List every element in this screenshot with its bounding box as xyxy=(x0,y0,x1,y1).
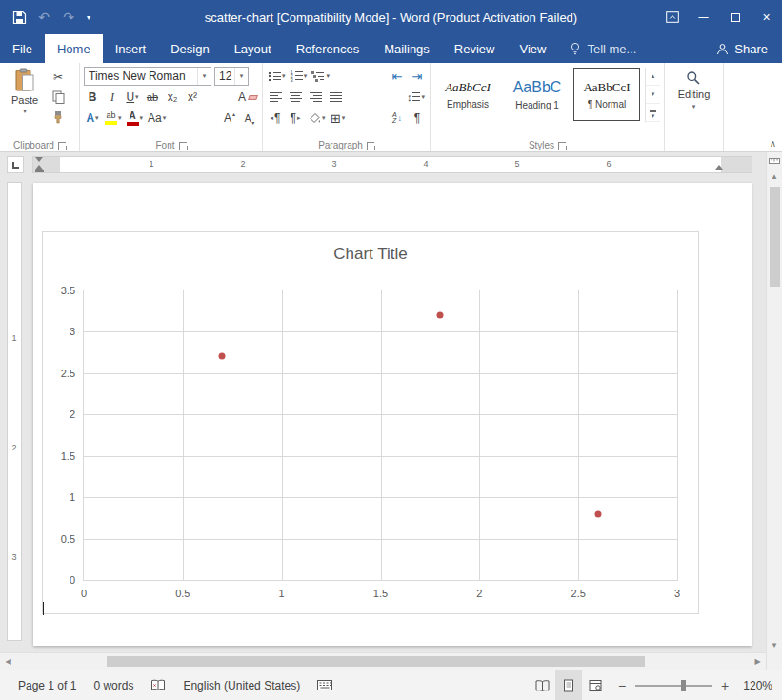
scroll-up-button[interactable]: ▲ xyxy=(767,169,782,185)
justify-button[interactable] xyxy=(327,88,344,107)
chart-plot-area[interactable]: 00.511.522.5300.511.522.533.5 xyxy=(83,290,678,581)
clipboard-dialog-launcher[interactable] xyxy=(58,142,66,150)
copy-button[interactable] xyxy=(50,88,67,107)
bold-button[interactable]: B xyxy=(84,88,101,107)
data-point[interactable] xyxy=(436,312,443,319)
style-emphasis[interactable]: AaBbCcI Emphasis xyxy=(434,68,501,121)
tab-view[interactable]: View xyxy=(507,34,558,63)
italic-button[interactable]: I xyxy=(104,88,121,107)
zoom-slider-thumb[interactable] xyxy=(681,680,686,691)
maximize-button[interactable] xyxy=(719,0,751,34)
language-button[interactable]: English (United States) xyxy=(174,670,309,700)
align-center-button[interactable] xyxy=(287,88,304,107)
zoom-slider[interactable] xyxy=(635,685,712,687)
customize-quick-access-button[interactable]: ▾ xyxy=(82,5,95,30)
shading-button[interactable]: ▾ xyxy=(307,109,327,128)
shrink-font-button[interactable]: A▾ xyxy=(241,109,258,128)
tab-references[interactable]: References xyxy=(284,34,371,63)
tab-file[interactable]: File xyxy=(0,34,45,63)
sort-button[interactable]: AZ↓ xyxy=(389,109,406,128)
underline-button[interactable]: U▾ xyxy=(124,88,141,107)
proofing-status-button[interactable] xyxy=(142,670,174,700)
bullets-button[interactable]: ▾ xyxy=(267,67,287,86)
paste-button[interactable]: Paste ▾ xyxy=(4,66,46,127)
superscript-button[interactable]: x² xyxy=(184,88,201,107)
paragraph-dialog-launcher[interactable] xyxy=(367,142,374,150)
scroll-left-button[interactable]: ◀ xyxy=(0,653,16,670)
change-case-button[interactable]: Aa▾ xyxy=(147,109,167,128)
decrease-indent-button[interactable]: ⇤ xyxy=(389,67,406,86)
horizontal-ruler[interactable]: 1 2 3 4 5 6 xyxy=(33,157,752,172)
horizontal-scrollbar[interactable]: ◀ ▶ xyxy=(0,652,782,670)
first-line-indent-marker[interactable] xyxy=(35,157,43,162)
vertical-scrollbar[interactable]: ▲ ▼ xyxy=(766,152,782,653)
font-dialog-launcher[interactable] xyxy=(179,142,187,150)
subscript-button[interactable]: x₂ xyxy=(164,88,181,107)
font-size-combo[interactable]: 12 ▾ xyxy=(214,67,249,86)
horizontal-scroll-thumb[interactable] xyxy=(107,656,645,667)
word-count-button[interactable]: 0 words xyxy=(85,670,142,700)
undo-button[interactable]: ↶ xyxy=(32,5,55,30)
share-button[interactable]: Share xyxy=(702,34,782,63)
tab-review[interactable]: Review xyxy=(442,34,508,63)
close-button[interactable]: × xyxy=(751,0,782,34)
data-point[interactable] xyxy=(594,510,601,517)
document-page[interactable]: Chart Title 00.511.522.5300.511.522.533.… xyxy=(33,183,752,646)
tab-layout[interactable]: Layout xyxy=(222,34,284,63)
text-effects-button[interactable]: A▾ xyxy=(84,109,101,128)
scroll-right-button[interactable]: ▶ xyxy=(750,653,766,670)
align-left-button[interactable] xyxy=(267,88,284,107)
font-color-button[interactable]: A ▾ xyxy=(126,109,145,128)
borders-button[interactable]: ⊞▾ xyxy=(330,109,347,128)
numbering-button[interactable]: 1 2 3▾ xyxy=(290,67,309,86)
right-to-left-button[interactable]: ¶▸ xyxy=(287,109,304,128)
tab-home[interactable]: Home xyxy=(45,34,103,63)
data-point[interactable] xyxy=(219,353,226,360)
styles-scroll-down-button[interactable]: ▾ xyxy=(646,86,660,104)
redo-button[interactable]: ↷ xyxy=(57,5,80,30)
cut-button[interactable]: ✂ xyxy=(50,68,67,87)
scroll-down-button[interactable]: ▼ xyxy=(767,637,782,653)
align-right-button[interactable] xyxy=(307,88,324,107)
zoom-out-button[interactable]: − xyxy=(616,678,628,693)
web-layout-button[interactable] xyxy=(582,670,609,700)
vertical-scroll-track[interactable] xyxy=(767,185,782,637)
tell-me-box[interactable]: Tell me... xyxy=(558,34,648,63)
font-name-combo[interactable]: Times New Roman ▾ xyxy=(84,67,211,86)
strikethrough-button[interactable]: ab xyxy=(144,88,161,107)
vertical-ruler[interactable]: 1 2 3 xyxy=(8,183,21,640)
clear-formatting-button[interactable]: A xyxy=(237,88,258,107)
increase-indent-button[interactable]: ⇥ xyxy=(409,67,426,86)
vertical-scroll-thumb[interactable] xyxy=(770,187,780,287)
tab-design[interactable]: Design xyxy=(158,34,221,63)
save-button[interactable] xyxy=(8,5,30,30)
style-heading-1[interactable]: AaBbC Heading 1 xyxy=(504,68,571,121)
print-layout-button[interactable] xyxy=(555,670,582,700)
editing-button[interactable]: Editing ▾ xyxy=(678,70,711,110)
line-spacing-button[interactable]: ↕▾ xyxy=(406,88,426,107)
styles-dialog-launcher[interactable] xyxy=(558,142,566,150)
left-indent-marker[interactable] xyxy=(35,170,44,172)
multilevel-list-button[interactable]: ▾ xyxy=(311,67,331,86)
chart[interactable]: Chart Title 00.511.522.5300.511.522.533.… xyxy=(42,231,699,614)
minimize-button[interactable]: ─ xyxy=(688,0,719,34)
show-hide-formatting-button[interactable]: ¶ xyxy=(409,109,426,128)
ruler-toggle-button[interactable] xyxy=(767,152,782,169)
zoom-in-button[interactable]: + xyxy=(719,678,731,693)
format-painter-button[interactable] xyxy=(50,108,67,127)
page-count-button[interactable]: Page 1 of 1 xyxy=(10,670,85,700)
tab-insert[interactable]: Insert xyxy=(103,34,159,63)
style-normal[interactable]: AaBbCcI ¶ Normal xyxy=(573,68,640,121)
chevron-down-icon[interactable]: ▾ xyxy=(197,68,211,85)
ribbon-display-options-button[interactable] xyxy=(656,0,688,34)
left-to-right-button[interactable]: ◂¶ xyxy=(267,109,284,128)
grow-font-button[interactable]: A▴ xyxy=(221,109,238,128)
styles-scroll-up-button[interactable]: ▴ xyxy=(646,68,660,86)
collapse-ribbon-button[interactable]: ∧ xyxy=(770,138,776,149)
styles-more-button[interactable]: ▾ xyxy=(646,104,660,122)
zoom-level-button[interactable]: 120% xyxy=(738,679,772,692)
chevron-down-icon[interactable]: ▾ xyxy=(234,68,248,85)
horizontal-scroll-track[interactable] xyxy=(16,653,750,670)
chart-title[interactable]: Chart Title xyxy=(43,245,698,264)
read-mode-button[interactable] xyxy=(529,670,555,700)
